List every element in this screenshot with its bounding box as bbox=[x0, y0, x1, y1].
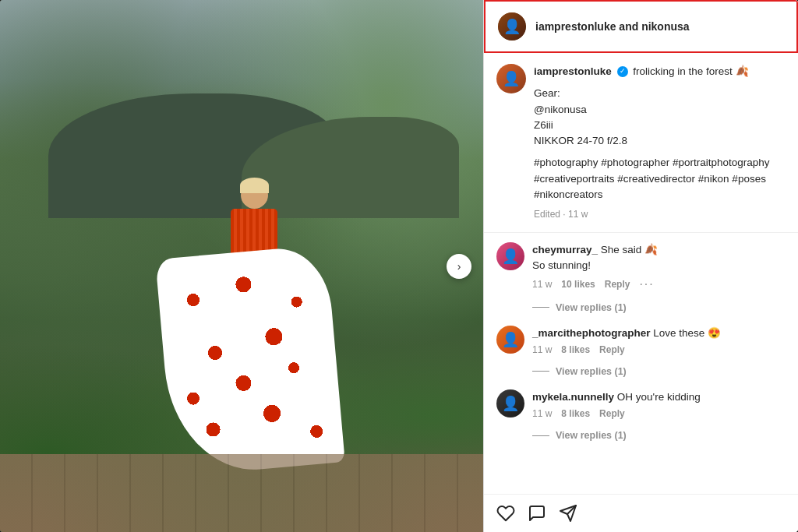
wooden-deck bbox=[0, 454, 483, 532]
caption-text-line: iamprestonluke frolicking in the forest … bbox=[534, 64, 786, 79]
comment-avatar[interactable]: 👤 bbox=[496, 389, 524, 417]
comment-time: 11 w bbox=[532, 408, 552, 419]
comment-item: 👤 mykela.nunnelly OH you're kidding 11 w… bbox=[496, 380, 786, 425]
comment-meta: 11 w 8 likes Reply bbox=[532, 408, 786, 419]
comment-avatar[interactable]: 👤 bbox=[496, 326, 524, 354]
gear-label: Gear: bbox=[534, 86, 786, 101]
heart-icon bbox=[496, 504, 515, 523]
view-replies-text: View replies (1) bbox=[556, 366, 627, 377]
comment-meta: 11 w 10 likes Reply ··· bbox=[532, 277, 786, 291]
comment-button[interactable] bbox=[528, 504, 546, 523]
comment-content: OH you're kidding bbox=[617, 391, 701, 403]
comment-icon bbox=[528, 504, 546, 523]
view-replies-3[interactable]: View replies (1) bbox=[532, 430, 786, 441]
chevron-right-icon: › bbox=[457, 260, 461, 273]
caption-main-text: frolicking in the forest 🍂 bbox=[633, 65, 748, 77]
comment-reply-button[interactable]: Reply bbox=[599, 344, 625, 355]
post-caption-area: 👤 iamprestonluke frolicking in the fores… bbox=[484, 53, 798, 233]
gear-line2: Z6iii bbox=[534, 118, 786, 133]
like-button[interactable] bbox=[496, 504, 515, 523]
comment-reply-button[interactable]: Reply bbox=[605, 279, 630, 290]
comments-section[interactable]: 👤 cheymurray_ She said 🍂 So stunning! 11… bbox=[484, 233, 798, 494]
view-replies-2[interactable]: View replies (1) bbox=[532, 366, 786, 377]
view-replies-1[interactable]: View replies (1) bbox=[532, 302, 786, 313]
comment-username[interactable]: _marcithephotographer bbox=[532, 327, 651, 339]
comment-username[interactable]: mykela.nunnelly bbox=[532, 391, 614, 403]
comment-time: 11 w bbox=[532, 279, 552, 290]
view-replies-line bbox=[532, 435, 549, 436]
comment-time: 11 w bbox=[532, 344, 552, 355]
view-replies-line bbox=[532, 371, 549, 372]
share-button[interactable] bbox=[559, 504, 577, 523]
gear-line3: NIKKOR 24-70 f/2.8 bbox=[534, 133, 786, 149]
hashtags: #photography #photographer #portraitphot… bbox=[534, 155, 786, 203]
header-avatar: 👤 bbox=[498, 12, 526, 41]
comment-body: mykela.nunnelly OH you're kidding 11 w 8… bbox=[532, 389, 786, 419]
next-image-button[interactable]: › bbox=[447, 254, 471, 279]
caption-user-row: 👤 iamprestonluke frolicking in the fores… bbox=[496, 64, 786, 221]
post-header: 👤 iamprestonluke and nikonusa bbox=[484, 0, 798, 53]
instagram-post-modal: › 👤 iamprestonluke and nikonusa 👤 bbox=[0, 0, 798, 532]
photo-background bbox=[0, 0, 483, 532]
comment-meta: 11 w 8 likes Reply bbox=[532, 344, 786, 355]
comment-likes: 10 likes bbox=[561, 279, 595, 290]
gear-line1: @nikonusa bbox=[534, 102, 786, 118]
caption-username[interactable]: iamprestonluke bbox=[534, 65, 612, 77]
comment-text: cheymurray_ She said 🍂 bbox=[532, 242, 786, 258]
view-replies-line bbox=[532, 307, 549, 308]
post-content-panel: 👤 iamprestonluke and nikonusa 👤 iamprest… bbox=[483, 0, 798, 532]
view-replies-text: View replies (1) bbox=[556, 302, 627, 313]
comment-likes: 8 likes bbox=[561, 344, 590, 355]
verified-badge bbox=[617, 66, 628, 77]
comment-avatar[interactable]: 👤 bbox=[496, 242, 524, 270]
comment-item: 👤 _marcithephotographer Love these 😍 11 … bbox=[496, 316, 786, 361]
comment-reply-button[interactable]: Reply bbox=[599, 408, 625, 419]
comment-subtext: So stunning! bbox=[532, 258, 786, 273]
comment-content: She said 🍂 bbox=[601, 244, 658, 255]
comment-text: _marcithephotographer Love these 😍 bbox=[532, 326, 786, 341]
comment-body: cheymurray_ She said 🍂 So stunning! 11 w… bbox=[532, 242, 786, 291]
comment-text: mykela.nunnelly OH you're kidding bbox=[532, 389, 786, 405]
send-icon bbox=[559, 504, 577, 523]
comment-likes: 8 likes bbox=[561, 408, 590, 419]
edited-timestamp: Edited · 11 w bbox=[534, 207, 786, 221]
caption-avatar[interactable]: 👤 bbox=[496, 64, 526, 93]
comment-username[interactable]: cheymurray_ bbox=[532, 244, 598, 255]
comment-content: Love these 😍 bbox=[653, 327, 721, 339]
comment-more-button[interactable]: ··· bbox=[639, 277, 654, 291]
comment-body: _marcithephotographer Love these 😍 11 w … bbox=[532, 326, 786, 355]
post-image-panel: › bbox=[0, 0, 483, 532]
gear-info: Gear: @nikonusa Z6iii NIKKOR 24-70 f/2.8 bbox=[534, 86, 786, 149]
view-replies-text: View replies (1) bbox=[556, 430, 627, 441]
header-username: iamprestonluke and nikonusa bbox=[535, 20, 690, 33]
comment-item: 👤 cheymurray_ She said 🍂 So stunning! 11… bbox=[496, 233, 786, 298]
action-bar bbox=[484, 494, 798, 532]
caption-content: iamprestonluke frolicking in the forest … bbox=[534, 64, 786, 221]
dancer-dress bbox=[155, 245, 345, 477]
